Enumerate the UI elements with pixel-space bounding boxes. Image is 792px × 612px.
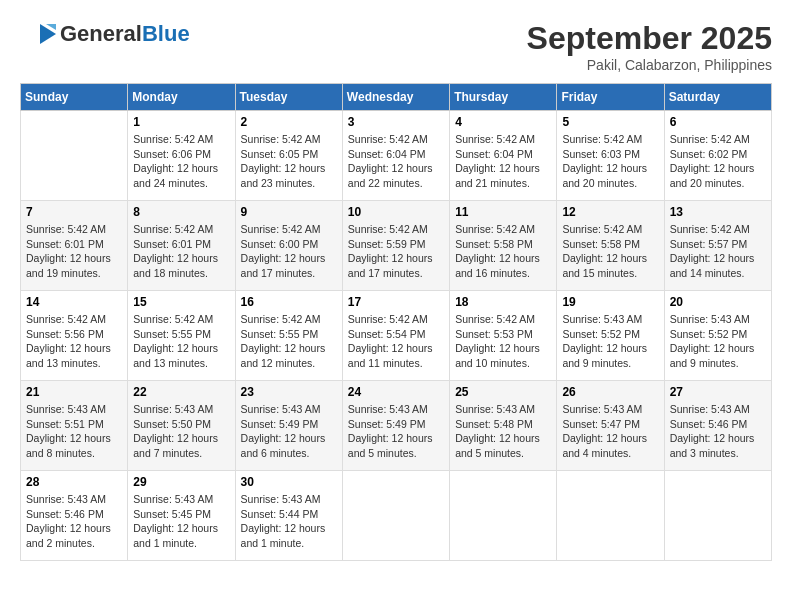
day-info: Sunrise: 5:43 AM Sunset: 5:46 PM Dayligh… bbox=[26, 492, 122, 551]
day-info: Sunrise: 5:42 AM Sunset: 5:55 PM Dayligh… bbox=[133, 312, 229, 371]
day-info: Sunrise: 5:42 AM Sunset: 5:54 PM Dayligh… bbox=[348, 312, 444, 371]
day-info: Sunrise: 5:43 AM Sunset: 5:47 PM Dayligh… bbox=[562, 402, 658, 461]
day-number: 10 bbox=[348, 205, 444, 219]
calendar-cell: 6Sunrise: 5:42 AM Sunset: 6:02 PM Daylig… bbox=[664, 111, 771, 201]
calendar-cell: 2Sunrise: 5:42 AM Sunset: 6:05 PM Daylig… bbox=[235, 111, 342, 201]
day-number: 18 bbox=[455, 295, 551, 309]
calendar-cell: 7Sunrise: 5:42 AM Sunset: 6:01 PM Daylig… bbox=[21, 201, 128, 291]
day-number: 14 bbox=[26, 295, 122, 309]
calendar-cell: 16Sunrise: 5:42 AM Sunset: 5:55 PM Dayli… bbox=[235, 291, 342, 381]
day-number: 20 bbox=[670, 295, 766, 309]
day-info: Sunrise: 5:42 AM Sunset: 6:04 PM Dayligh… bbox=[348, 132, 444, 191]
day-info: Sunrise: 5:42 AM Sunset: 5:58 PM Dayligh… bbox=[455, 222, 551, 281]
day-info: Sunrise: 5:42 AM Sunset: 6:00 PM Dayligh… bbox=[241, 222, 337, 281]
calendar-week-row: 7Sunrise: 5:42 AM Sunset: 6:01 PM Daylig… bbox=[21, 201, 772, 291]
day-number: 13 bbox=[670, 205, 766, 219]
calendar-cell: 20Sunrise: 5:43 AM Sunset: 5:52 PM Dayli… bbox=[664, 291, 771, 381]
calendar-cell: 23Sunrise: 5:43 AM Sunset: 5:49 PM Dayli… bbox=[235, 381, 342, 471]
logo: GeneralBlue bbox=[20, 20, 190, 48]
day-info: Sunrise: 5:42 AM Sunset: 6:05 PM Dayligh… bbox=[241, 132, 337, 191]
day-number: 24 bbox=[348, 385, 444, 399]
day-info: Sunrise: 5:43 AM Sunset: 5:49 PM Dayligh… bbox=[348, 402, 444, 461]
calendar-cell bbox=[664, 471, 771, 561]
day-number: 5 bbox=[562, 115, 658, 129]
page-header: GeneralBlue September 2025 Pakil, Calaba… bbox=[20, 20, 772, 73]
calendar-cell: 17Sunrise: 5:42 AM Sunset: 5:54 PM Dayli… bbox=[342, 291, 449, 381]
month-title: September 2025 bbox=[527, 20, 772, 57]
calendar-cell: 11Sunrise: 5:42 AM Sunset: 5:58 PM Dayli… bbox=[450, 201, 557, 291]
calendar-cell: 26Sunrise: 5:43 AM Sunset: 5:47 PM Dayli… bbox=[557, 381, 664, 471]
day-info: Sunrise: 5:43 AM Sunset: 5:52 PM Dayligh… bbox=[562, 312, 658, 371]
day-info: Sunrise: 5:43 AM Sunset: 5:50 PM Dayligh… bbox=[133, 402, 229, 461]
calendar-cell: 13Sunrise: 5:42 AM Sunset: 5:57 PM Dayli… bbox=[664, 201, 771, 291]
logo-blue: Blue bbox=[142, 21, 190, 46]
calendar-week-row: 28Sunrise: 5:43 AM Sunset: 5:46 PM Dayli… bbox=[21, 471, 772, 561]
title-block: September 2025 Pakil, Calabarzon, Philip… bbox=[527, 20, 772, 73]
calendar-cell: 22Sunrise: 5:43 AM Sunset: 5:50 PM Dayli… bbox=[128, 381, 235, 471]
day-number: 9 bbox=[241, 205, 337, 219]
calendar-cell: 3Sunrise: 5:42 AM Sunset: 6:04 PM Daylig… bbox=[342, 111, 449, 201]
calendar-week-row: 21Sunrise: 5:43 AM Sunset: 5:51 PM Dayli… bbox=[21, 381, 772, 471]
day-info: Sunrise: 5:43 AM Sunset: 5:51 PM Dayligh… bbox=[26, 402, 122, 461]
calendar-cell: 19Sunrise: 5:43 AM Sunset: 5:52 PM Dayli… bbox=[557, 291, 664, 381]
day-number: 3 bbox=[348, 115, 444, 129]
calendar-cell bbox=[450, 471, 557, 561]
day-number: 27 bbox=[670, 385, 766, 399]
day-number: 25 bbox=[455, 385, 551, 399]
day-info: Sunrise: 5:43 AM Sunset: 5:48 PM Dayligh… bbox=[455, 402, 551, 461]
calendar-cell: 24Sunrise: 5:43 AM Sunset: 5:49 PM Dayli… bbox=[342, 381, 449, 471]
calendar-cell: 27Sunrise: 5:43 AM Sunset: 5:46 PM Dayli… bbox=[664, 381, 771, 471]
calendar-table: SundayMondayTuesdayWednesdayThursdayFrid… bbox=[20, 83, 772, 561]
day-info: Sunrise: 5:43 AM Sunset: 5:46 PM Dayligh… bbox=[670, 402, 766, 461]
day-number: 11 bbox=[455, 205, 551, 219]
calendar-cell: 28Sunrise: 5:43 AM Sunset: 5:46 PM Dayli… bbox=[21, 471, 128, 561]
calendar-cell: 29Sunrise: 5:43 AM Sunset: 5:45 PM Dayli… bbox=[128, 471, 235, 561]
calendar-cell: 12Sunrise: 5:42 AM Sunset: 5:58 PM Dayli… bbox=[557, 201, 664, 291]
day-info: Sunrise: 5:42 AM Sunset: 6:01 PM Dayligh… bbox=[133, 222, 229, 281]
day-number: 22 bbox=[133, 385, 229, 399]
day-number: 30 bbox=[241, 475, 337, 489]
weekday-header: Friday bbox=[557, 84, 664, 111]
calendar-cell: 14Sunrise: 5:42 AM Sunset: 5:56 PM Dayli… bbox=[21, 291, 128, 381]
day-number: 7 bbox=[26, 205, 122, 219]
day-info: Sunrise: 5:42 AM Sunset: 6:04 PM Dayligh… bbox=[455, 132, 551, 191]
calendar-week-row: 14Sunrise: 5:42 AM Sunset: 5:56 PM Dayli… bbox=[21, 291, 772, 381]
calendar-week-row: 1Sunrise: 5:42 AM Sunset: 6:06 PM Daylig… bbox=[21, 111, 772, 201]
location: Pakil, Calabarzon, Philippines bbox=[527, 57, 772, 73]
day-number: 1 bbox=[133, 115, 229, 129]
calendar-cell: 10Sunrise: 5:42 AM Sunset: 5:59 PM Dayli… bbox=[342, 201, 449, 291]
day-info: Sunrise: 5:42 AM Sunset: 5:55 PM Dayligh… bbox=[241, 312, 337, 371]
calendar-cell: 9Sunrise: 5:42 AM Sunset: 6:00 PM Daylig… bbox=[235, 201, 342, 291]
calendar-cell: 30Sunrise: 5:43 AM Sunset: 5:44 PM Dayli… bbox=[235, 471, 342, 561]
day-info: Sunrise: 5:42 AM Sunset: 5:53 PM Dayligh… bbox=[455, 312, 551, 371]
day-number: 28 bbox=[26, 475, 122, 489]
calendar-cell: 1Sunrise: 5:42 AM Sunset: 6:06 PM Daylig… bbox=[128, 111, 235, 201]
day-info: Sunrise: 5:42 AM Sunset: 6:06 PM Dayligh… bbox=[133, 132, 229, 191]
day-number: 19 bbox=[562, 295, 658, 309]
day-number: 17 bbox=[348, 295, 444, 309]
day-info: Sunrise: 5:43 AM Sunset: 5:49 PM Dayligh… bbox=[241, 402, 337, 461]
calendar-cell: 25Sunrise: 5:43 AM Sunset: 5:48 PM Dayli… bbox=[450, 381, 557, 471]
logo-text: GeneralBlue bbox=[60, 21, 190, 47]
day-info: Sunrise: 5:42 AM Sunset: 5:56 PM Dayligh… bbox=[26, 312, 122, 371]
weekday-header: Sunday bbox=[21, 84, 128, 111]
day-info: Sunrise: 5:42 AM Sunset: 5:57 PM Dayligh… bbox=[670, 222, 766, 281]
day-number: 16 bbox=[241, 295, 337, 309]
day-info: Sunrise: 5:42 AM Sunset: 6:02 PM Dayligh… bbox=[670, 132, 766, 191]
calendar-cell: 5Sunrise: 5:42 AM Sunset: 6:03 PM Daylig… bbox=[557, 111, 664, 201]
day-number: 2 bbox=[241, 115, 337, 129]
weekday-header: Wednesday bbox=[342, 84, 449, 111]
logo-icon bbox=[20, 20, 56, 48]
weekday-header: Saturday bbox=[664, 84, 771, 111]
day-info: Sunrise: 5:42 AM Sunset: 6:01 PM Dayligh… bbox=[26, 222, 122, 281]
calendar-cell: 21Sunrise: 5:43 AM Sunset: 5:51 PM Dayli… bbox=[21, 381, 128, 471]
calendar-cell: 18Sunrise: 5:42 AM Sunset: 5:53 PM Dayli… bbox=[450, 291, 557, 381]
calendar-cell bbox=[21, 111, 128, 201]
weekday-header: Tuesday bbox=[235, 84, 342, 111]
day-number: 26 bbox=[562, 385, 658, 399]
logo-general: General bbox=[60, 21, 142, 46]
weekday-header: Thursday bbox=[450, 84, 557, 111]
calendar-cell bbox=[342, 471, 449, 561]
calendar-cell bbox=[557, 471, 664, 561]
day-info: Sunrise: 5:42 AM Sunset: 5:58 PM Dayligh… bbox=[562, 222, 658, 281]
